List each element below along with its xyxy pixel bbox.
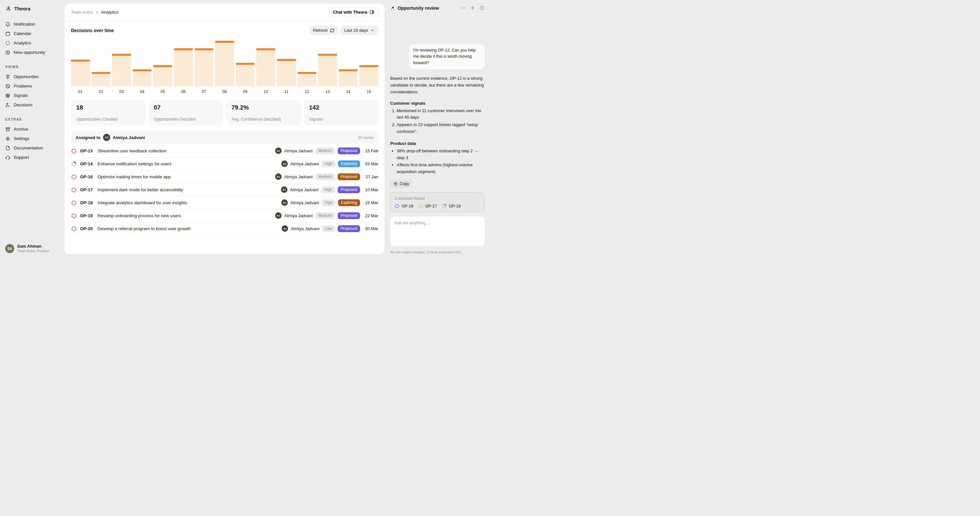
source-id: OP-17: [425, 204, 437, 209]
chart-bar-column: 01: [71, 60, 90, 94]
refresh-button[interactable]: Refresh: [310, 25, 338, 35]
table-row[interactable]: OP-17 Implement dark mode for better acc…: [71, 183, 378, 196]
app: Theora Notification Calendar Analytics N…: [0, 0, 490, 258]
sidebar-item-archive[interactable]: Archive: [5, 124, 61, 134]
source-chip[interactable]: OP-16: [395, 204, 413, 209]
sidebar-item-documentation[interactable]: Documentation: [5, 143, 61, 153]
opportunity-id: OP-18: [80, 200, 94, 205]
assigned-to-bar: Assigned to AJ Atmiya Jadvani 20 items: [71, 131, 378, 144]
date: 30 Mar: [363, 226, 378, 231]
sidebar-item-label: Notification: [14, 22, 35, 27]
user-profile[interactable]: SA Sam Altman Team Avira, Product: [5, 244, 61, 253]
chart-bar-label: 15: [360, 89, 378, 94]
dashed-circle-status-icon: [71, 200, 77, 206]
ask-input[interactable]: [390, 217, 485, 246]
sidebar-item-settings[interactable]: Settings: [5, 134, 61, 143]
chart-bar-label: 11: [277, 89, 296, 94]
headset-icon: [5, 155, 10, 160]
opportunity-id: OP-14: [80, 161, 94, 166]
table-row[interactable]: OP-20 Develop a referral program to boos…: [71, 222, 378, 235]
stat-label: Opportunities Created: [76, 117, 140, 121]
sidebar-item-new-opportunity[interactable]: New opportunity: [5, 48, 61, 57]
chart-bar: [71, 60, 90, 86]
chart-bar: [318, 54, 337, 86]
table-row[interactable]: OP-19 Revamp onboarding process for new …: [71, 209, 378, 222]
product-data-heading: Product data: [390, 141, 485, 146]
list-item: Affects first-time admins (highest-volum…: [397, 162, 485, 175]
sidebar-item-analytics[interactable]: Analytics: [5, 38, 61, 48]
sidebar-item-support[interactable]: Support: [5, 153, 61, 162]
copy-label: Copy: [399, 182, 409, 186]
table-row[interactable]: OP-13 Streamline user feedback collectio…: [71, 145, 378, 158]
chart-bar: [92, 72, 110, 86]
chart-bar-label: 05: [153, 89, 172, 94]
sidebar-item-label: Problems: [14, 84, 32, 89]
sidebar: Theora Notification Calendar Analytics N…: [0, 0, 64, 258]
table-row[interactable]: OP-16 Optimize loading times for mobile …: [71, 170, 378, 183]
spacer: [390, 11, 485, 44]
target-icon: [5, 93, 10, 98]
date: 22 Mar: [363, 213, 378, 218]
chat-with-theora-button[interactable]: Chat with Theora: [329, 7, 378, 17]
chart-bar-column: 15: [360, 65, 378, 94]
sidebar-item-calendar[interactable]: Calendar: [5, 29, 61, 38]
copy-button[interactable]: Copy: [390, 180, 412, 188]
priority-badge: High: [321, 186, 335, 193]
chart-bar-label: 03: [112, 89, 131, 94]
sidebar-item-notification[interactable]: Notification: [5, 19, 61, 29]
chart-bar: [339, 69, 358, 86]
opportunity-id: OP-16: [80, 174, 94, 179]
table-row[interactable]: OP-14 Enhance notification settings for …: [71, 158, 378, 170]
breadcrumb-parent[interactable]: Team Avira: [71, 10, 93, 14]
status-badge: Proposed: [338, 174, 360, 180]
main-header: Team Avira Analytics Chat with Theora: [65, 3, 385, 21]
chart-bar: [360, 65, 378, 86]
chart-bar-column: 04: [133, 69, 152, 94]
dashed-circle-status-icon: [71, 226, 77, 232]
chart-bar-label: 02: [92, 89, 110, 94]
app-logo[interactable]: Theora: [5, 5, 61, 12]
avatar: SA: [5, 244, 14, 253]
opportunity-title: Revamp onboarding process for new users: [97, 213, 181, 218]
sidebar-item-opportunities[interactable]: Opportunties: [5, 72, 61, 81]
sidebar-item-decisions[interactable]: Decisions: [5, 100, 61, 110]
chart-bar-column: 13: [318, 54, 337, 94]
table-row[interactable]: OP-18 Integrate analytics dashboard for …: [71, 196, 378, 209]
chart-bar-label: 07: [195, 89, 213, 94]
opportunity-title: Integrate analytics dashboard for user i…: [97, 200, 187, 205]
chat-with-theora-label: Chat with Theora: [333, 10, 367, 14]
chart-bar-column: 09: [236, 63, 255, 94]
source-chip[interactable]: OP-17: [418, 204, 437, 209]
more-options-icon[interactable]: [460, 5, 466, 11]
sidebar-item-problems[interactable]: Problems: [5, 81, 61, 91]
sidebar-item-signals[interactable]: Signals: [5, 91, 61, 100]
source-chip[interactable]: OP-18: [442, 204, 460, 209]
chart-bar: [195, 48, 213, 86]
opportunity-id: OP-20: [80, 226, 94, 231]
user-name: Sam Altman: [17, 244, 49, 249]
new-chat-plus-icon[interactable]: [470, 5, 476, 11]
opportunity-id: OP-19: [80, 213, 94, 218]
date-range-dropdown[interactable]: Last 15 days: [340, 25, 378, 35]
stat-label: Signals: [309, 117, 373, 121]
chart-bar-column: 07: [195, 48, 213, 94]
stat-value: 18: [76, 104, 140, 111]
chart-bar-label: 10: [256, 89, 275, 94]
list-item: Appears in 23 support tickets tagged “se…: [397, 121, 485, 135]
chart-bar-column: 12: [298, 72, 317, 94]
status-badge: Exploring: [338, 161, 360, 167]
opportunity-title: Enhance notification settings for users: [97, 161, 172, 166]
assignee-name: Atmiya Jadvani: [290, 187, 318, 192]
dashed-circle-status-icon: [71, 161, 77, 167]
document-icon: [5, 145, 10, 151]
chart-bar-column: 08: [215, 41, 234, 94]
stat-value: 79.2%: [231, 104, 296, 111]
ai-response-intro: Based on the current evidence, OP-12 is …: [390, 75, 485, 95]
priority-badge: Medium: [315, 174, 335, 180]
history-clock-icon[interactable]: [479, 5, 485, 11]
stats-row: 18 Opportunities Created 07 Opportunitie…: [71, 100, 378, 126]
assigned-to-name: Atmiya Jadvani: [113, 135, 145, 140]
chart-bar-column: 05: [153, 65, 172, 94]
main-panel: Team Avira Analytics Chat with Theora De…: [64, 3, 385, 255]
panel-header: Opportunity review: [390, 5, 485, 11]
